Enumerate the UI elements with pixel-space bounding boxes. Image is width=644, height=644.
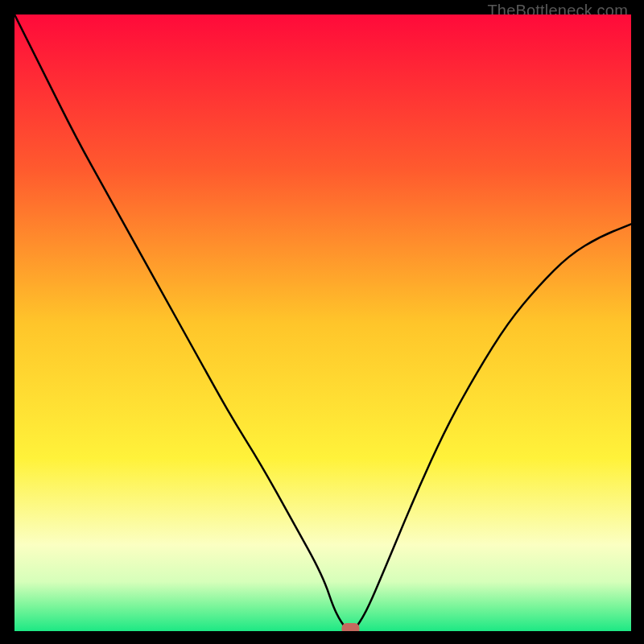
optimum-marker: [341, 623, 359, 631]
bottleneck-chart: [14, 14, 631, 631]
gradient-background: [14, 14, 631, 631]
chart-frame: [14, 14, 631, 631]
